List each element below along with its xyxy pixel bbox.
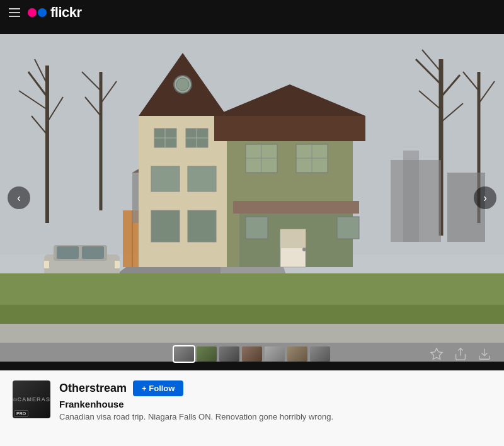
camera-avatar-icon	[13, 391, 17, 408]
username[interactable]: Otherstream	[59, 382, 127, 395]
photo-info: Otherstream + Follow Frankenhouse Canadi…	[59, 380, 491, 421]
svg-point-48	[176, 78, 189, 91]
pro-badge: PRO	[14, 410, 28, 417]
photo-container: ‹ ›	[0, 25, 504, 370]
flickr-logo[interactable]: flickr	[28, 4, 82, 21]
svg-rect-70	[82, 246, 104, 259]
menu-button[interactable]	[9, 8, 20, 17]
user-row: Otherstream + Follow	[59, 380, 491, 396]
thumbnail-strip	[174, 346, 330, 362]
svg-rect-75	[44, 261, 49, 268]
nav-next-button[interactable]: ›	[474, 186, 496, 209]
svg-rect-45	[151, 210, 180, 242]
svg-rect-86	[16, 399, 16, 399]
thumbnail-3[interactable]	[219, 346, 239, 362]
share-button[interactable]	[454, 347, 467, 364]
thumbnail-4[interactable]	[242, 346, 262, 362]
photo-description: Canadian visa road trip. Niagara Falls O…	[59, 412, 491, 421]
photo-title: Frankenhouse	[59, 399, 491, 409]
main-photo	[0, 25, 504, 370]
svg-rect-59	[233, 201, 359, 214]
user-avatar[interactable]: CAMERAS PRO	[13, 380, 50, 418]
avatar-label: CAMERAS	[17, 396, 50, 403]
svg-rect-50	[214, 116, 365, 141]
flickr-logo-text: flickr	[50, 4, 82, 21]
thumbnail-2[interactable]	[197, 346, 217, 362]
thumbnail-7[interactable]	[310, 346, 330, 362]
svg-point-84	[14, 399, 16, 401]
svg-rect-63	[246, 217, 268, 239]
svg-rect-76	[115, 261, 120, 268]
flickr-dot-pink	[28, 8, 37, 17]
download-button[interactable]	[478, 347, 491, 364]
svg-rect-61	[280, 229, 306, 248]
thumbnail-1[interactable]	[174, 346, 194, 362]
info-panel: CAMERAS PRO Otherstream + Follow Franken…	[0, 370, 504, 446]
photo-actions	[430, 347, 491, 364]
svg-rect-64	[337, 217, 359, 239]
svg-rect-69	[57, 246, 79, 259]
thumbnail-6[interactable]	[287, 346, 307, 362]
nav-prev-button[interactable]: ‹	[8, 186, 30, 209]
star-button[interactable]	[430, 347, 444, 364]
svg-rect-23	[403, 151, 419, 242]
follow-button[interactable]: + Follow	[133, 380, 183, 396]
flickr-dot-blue	[38, 8, 47, 17]
svg-rect-44	[188, 166, 216, 192]
chevron-right-icon: ›	[483, 192, 487, 205]
star-icon	[431, 348, 442, 359]
svg-point-62	[302, 248, 306, 251]
chevron-left-icon: ‹	[17, 192, 21, 205]
svg-rect-46	[188, 210, 216, 242]
svg-rect-43	[151, 166, 180, 192]
thumbnail-5[interactable]	[265, 346, 285, 362]
svg-rect-85	[14, 398, 15, 399]
header: flickr	[0, 0, 504, 25]
